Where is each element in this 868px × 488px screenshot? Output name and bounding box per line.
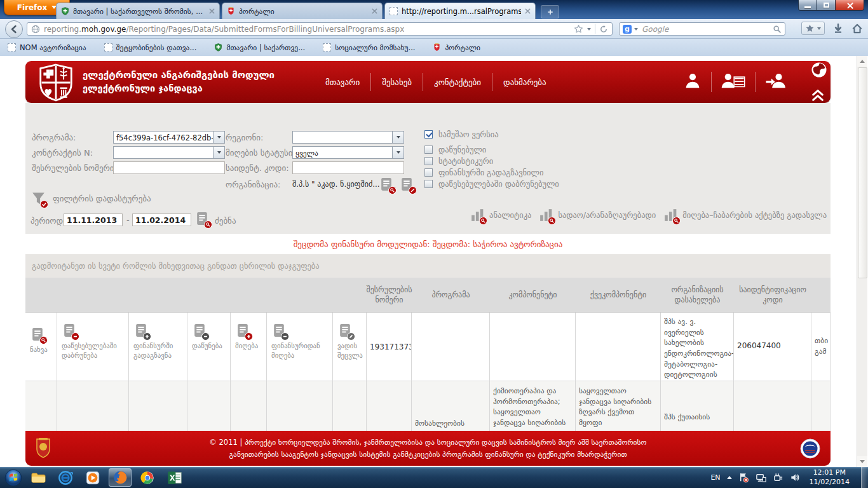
column-header-program[interactable]: პროგრამა <box>412 278 490 312</box>
scroll-down-arrow[interactable] <box>857 456 867 467</box>
action-receive-from-finance-button[interactable]: ფინანსურიდან მიღება <box>267 313 333 381</box>
filter-confirm-button[interactable]: ფილტრის დადასტურება <box>31 191 151 207</box>
user-list-icon[interactable] <box>712 72 755 92</box>
taskbar-media-player-button[interactable] <box>81 468 104 487</box>
hidden-icons-arrow[interactable] <box>727 476 732 479</box>
logout-icon[interactable] <box>756 72 797 92</box>
site-subtitle: ელექტრონული ჯანდაცვა <box>83 83 275 93</box>
organization-search-icon[interactable] <box>379 177 395 193</box>
page-scrollbar[interactable] <box>857 56 867 467</box>
search-doc-icon[interactable] <box>194 211 210 227</box>
column-header-ident-code[interactable]: საიდენტიფიკაციო კოდი <box>734 278 811 312</box>
downloads-icon[interactable] <box>832 23 844 34</box>
column-header-performance-number[interactable]: შესრულების ნომერი <box>367 278 412 312</box>
checkbox[interactable] <box>424 157 433 165</box>
tab-portal[interactable]: პორტალი <box>222 3 383 19</box>
bookmark-item[interactable]: შეტყობინების დათვა... <box>104 43 197 52</box>
chevron-down-icon[interactable] <box>392 147 403 158</box>
nav-contacts[interactable]: კონტაქტები <box>423 78 492 87</box>
status-select[interactable]: ყველა <box>292 146 404 159</box>
taskbar-excel-button[interactable] <box>163 468 186 487</box>
power-icon[interactable] <box>773 472 783 483</box>
checkbox[interactable] <box>424 130 433 139</box>
tab-close-icon[interactable] <box>372 8 377 14</box>
nav-help[interactable]: დახმარება <box>492 78 557 87</box>
network-icon[interactable] <box>756 472 766 483</box>
search-box[interactable] <box>619 22 785 36</box>
region-select[interactable] <box>292 131 404 144</box>
chevron-down-icon[interactable] <box>213 132 224 143</box>
checkbox[interactable] <box>424 168 433 177</box>
user-profile-icon[interactable] <box>674 72 711 92</box>
url-bar[interactable]: reporting.moh.gov.ge/Reporting/Pages/Dat… <box>27 22 613 36</box>
bookmark-item[interactable]: NOM ავტორიზაცია <box>8 43 86 52</box>
bookmark-item[interactable]: სოციალური მომსახუ... <box>323 43 415 52</box>
chevron-down-icon[interactable] <box>634 28 638 30</box>
checkbox[interactable] <box>424 146 433 154</box>
tab-reporting-active[interactable]: http://reporting.m...rsalPrograms.aspx <box>384 3 536 19</box>
search-input[interactable] <box>641 24 770 34</box>
action-change-deadline-button[interactable]: ვადის შეცვლა <box>333 313 367 381</box>
chevron-down-icon[interactable] <box>392 132 403 143</box>
chevron-down-icon[interactable] <box>213 147 224 158</box>
tab-moh-home[interactable]: მთავარი | საქართველოს შრომის, ... <box>56 3 220 19</box>
taskbar-explorer-button[interactable] <box>27 468 50 487</box>
action-reject-button[interactable]: დაწუნება <box>187 313 231 381</box>
program-select[interactable]: f54c399a-16cf-4762-82db-0 <box>113 131 225 144</box>
disputed-link[interactable]: სადაო/არანაზღაურებადი <box>538 207 656 223</box>
performer-number-input[interactable] <box>113 161 225 174</box>
show-desktop-button[interactable] <box>861 467 868 488</box>
period-from-input[interactable] <box>64 214 123 226</box>
start-button[interactable] <box>4 469 22 487</box>
column-header-organization[interactable]: ორგანიზაციის დასახელება <box>661 278 734 312</box>
checkbox[interactable] <box>424 180 433 188</box>
ident-code-input[interactable] <box>292 161 404 174</box>
taskbar-clock[interactable]: 12:01 PM 11/02/2014 <box>807 468 852 487</box>
search-button-label[interactable]: ძებნა <box>215 216 236 226</box>
checkbox-returned-to-institution[interactable]: დაწესებულებაში დაბრუნებული <box>424 179 559 189</box>
period-to-input[interactable] <box>132 214 191 226</box>
window-maximize-button[interactable] <box>817 0 835 11</box>
chevron-down-icon[interactable] <box>587 28 591 30</box>
bookmark-star-icon[interactable] <box>574 24 583 34</box>
analytics-link[interactable]: ანალიტიკა <box>470 207 531 223</box>
reload-icon[interactable] <box>599 25 608 34</box>
checkbox-working-version[interactable]: სამუშაო ვერსია <box>424 130 499 139</box>
checkbox-rejected[interactable]: დაწუნებული <box>424 145 486 154</box>
nav-about[interactable]: შესახებ <box>371 78 423 87</box>
action-send-to-finance-button[interactable]: ფინანსურში გადაგზავნა <box>129 313 187 381</box>
taskbar-firefox-button[interactable] <box>109 468 132 487</box>
show-bookmarks-button[interactable] <box>801 22 825 35</box>
scroll-up-arrow[interactable] <box>857 56 867 67</box>
back-button[interactable] <box>5 20 23 38</box>
volume-icon[interactable] <box>790 472 801 483</box>
acceptance-acts-link[interactable]: მიღება–ჩაბარების აქტებზე გადასვლა <box>663 207 827 223</box>
bookmark-item[interactable]: პორტალი <box>433 43 480 52</box>
google-icon[interactable] <box>623 25 632 34</box>
language-indicator[interactable]: EN <box>710 473 720 482</box>
action-center-flag-icon[interactable] <box>738 472 749 483</box>
contract-select[interactable] <box>113 146 225 159</box>
home-icon[interactable] <box>851 23 863 34</box>
taskbar-chrome-button[interactable] <box>136 468 159 487</box>
column-header-component[interactable]: კომპონენეტი <box>490 278 576 312</box>
taskbar-ie-button[interactable] <box>54 468 77 487</box>
organization-clear-icon[interactable] <box>399 177 415 193</box>
checkbox-statistical[interactable]: სტატისტიკური <box>424 156 493 166</box>
tab-close-icon[interactable] <box>209 8 215 14</box>
window-close-button[interactable] <box>835 0 864 11</box>
action-view-button[interactable]: ნახვა <box>25 313 57 381</box>
tab-close-icon[interactable] <box>525 8 531 14</box>
window-minimize-button[interactable] <box>798 0 817 11</box>
column-header-subcomponent[interactable]: ქვეკომპონენტი <box>576 278 661 312</box>
action-accept-button[interactable]: მიღება <box>231 313 267 381</box>
action-return-to-institution-button[interactable]: დაწესებულებაში დაბრუნება <box>57 313 129 381</box>
scrollbar-thumb[interactable] <box>858 67 867 278</box>
bookmark-item[interactable]: მთავარი | საქართვე... <box>214 43 305 52</box>
new-tab-button[interactable] <box>541 5 559 18</box>
checkbox-sent-to-finance[interactable]: ფინანსურში გადაგზავნილი <box>424 168 543 177</box>
language-globe-icon[interactable] <box>811 62 827 81</box>
nav-home[interactable]: მთავარი <box>315 78 370 87</box>
site-identity-globe-icon[interactable] <box>31 25 40 34</box>
search-icon[interactable] <box>773 25 782 34</box>
